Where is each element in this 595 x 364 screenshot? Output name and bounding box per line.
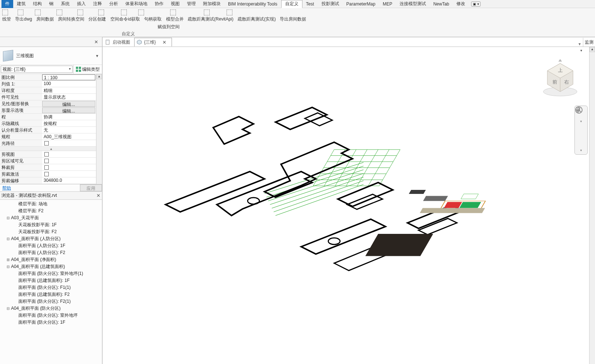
tab-addins[interactable]: 附加模块 [199,0,224,8]
property-value[interactable] [42,158,102,164]
checkbox[interactable] [44,152,49,157]
tree-branch[interactable]: A04_面积平面 (防火分区) [0,305,102,312]
tab-architecture[interactable]: 建筑 [13,0,29,8]
tab-view[interactable]: 视图 [167,0,183,8]
property-value[interactable] [42,140,102,146]
tab-test[interactable]: Test [302,0,318,8]
svg-point-53 [576,107,580,111]
checkbox[interactable] [44,159,49,163]
tree-leaf[interactable]: 楼层平面: F2 [0,207,102,214]
tree-leaf[interactable]: 面积平面 (防火分区): F2(1) [0,298,102,305]
property-value[interactable] [42,171,102,177]
ribbon-icon [227,10,232,15]
property-value[interactable]: 协调 [42,114,102,120]
property-value[interactable]: 无 [42,127,102,133]
property-value[interactable]: 1 : 100 [42,74,95,80]
property-value[interactable] [42,164,102,170]
tab-modify[interactable]: 修改 [453,0,469,8]
ribbon-btn-merge[interactable]: 模型合并 [166,16,184,22]
ribbon-btn-spaceid[interactable]: 空间命令id获取 [110,16,140,22]
view-options-dropdown[interactable]: ▾ [576,41,583,47]
ribbon-btn-export-rm[interactable]: 导出房间数据 [280,16,306,22]
tree-branch[interactable]: A04_面积平面 (净面积) [0,256,102,263]
tab-analyze[interactable]: 分析 [106,0,122,8]
tab-steel[interactable]: 钢 [45,0,57,8]
properties-help-link[interactable]: 帮助 [0,184,80,191]
ribbon-btn-exportdwg[interactable]: 导出dwg [15,16,32,22]
property-value[interactable]: 304800.0 [42,177,102,184]
zoom-icon[interactable] [576,137,586,147]
tree-branch[interactable]: A03_天花平面 [0,214,102,221]
tree-leaf[interactable]: 面积平面 (防火分区): 室外地坪 [0,312,102,319]
tree-leaf[interactable]: 天花板投影平面: F2 [0,228,102,235]
tree-leaf[interactable]: 面积平面 (人防分区): F2 [0,249,102,256]
property-value[interactable]: 显示原状态 [42,94,102,100]
tab-collaborate[interactable]: 协作 [151,0,167,8]
edit-type-button[interactable]: 编辑类型 [73,65,102,74]
tree-leaf[interactable]: 面积平面 (防火分区): 1F [0,319,102,326]
view-canvas[interactable]: ▾ ▲ [103,47,595,364]
tree-leaf[interactable]: 面积平面 (防火分区): F1(1) [0,284,102,291]
ribbon-btn-partition[interactable]: 分区创建 [88,16,106,22]
ribbon-btn-hgrab[interactable]: 句柄获取 [144,16,162,22]
property-value[interactable]: 按规程 [42,120,102,126]
property-edit-button[interactable]: 编辑... [42,107,95,113]
tab-projection-test[interactable]: 投影测试 [318,0,343,8]
tree-leaf[interactable]: 楼层平面: 场地 [0,201,102,207]
tab-manage[interactable]: 管理 [183,0,199,8]
tab-link-test[interactable]: 连接模型测试 [396,0,430,8]
project-browser-tree[interactable]: 楼层平面: 场地楼层平面: F2A03_天花平面天花板投影平面: 1F天花板投影… [0,200,102,364]
tab-insert[interactable]: 插入 [73,0,89,8]
overflow-dropdown[interactable]: ▣ ▾ [471,1,481,7]
tree-branch[interactable]: A04_面积平面 (总建筑面积) [0,263,102,270]
svg-rect-41 [420,208,485,213]
ribbon-btn-roomdata[interactable]: 房间数据 [36,16,54,22]
tab-newtab[interactable]: NewTab [430,0,453,8]
tab-mass-site[interactable]: 体量和场地 [122,0,151,8]
view-cube[interactable]: 上 前 右 [540,58,580,98]
tree-leaf[interactable]: 面积平面 (总建筑面积): F2 [0,291,102,298]
tree-leaf[interactable]: 面积平面 (人防分区): 1F [0,242,102,249]
svg-rect-35 [366,234,433,256]
tree-leaf[interactable]: 天花板投影平面: 1F [0,221,102,228]
apply-button[interactable]: 应用 [80,184,102,191]
tree-branch[interactable]: A04_面积平面 (人防分区) [0,235,102,242]
property-value[interactable]: 100 [42,81,102,87]
checkbox[interactable] [44,165,49,170]
checkbox[interactable] [44,172,49,176]
close-icon[interactable]: ✕ [161,40,168,45]
tab-structure[interactable]: 结构 [29,0,45,8]
close-icon[interactable]: ✕ [93,39,100,45]
ribbon-btn-evac-api[interactable]: 疏散距离测试(RevitApi) [188,16,234,22]
property-value[interactable]: 精细 [42,87,102,93]
ribbon-btn-evac-impl[interactable]: 疏散距离测试(实现) [238,16,276,22]
doc-tab-start[interactable]: 启动视图 [103,38,134,47]
property-edit-button[interactable]: 编辑... [42,101,95,107]
tab-custom[interactable]: 自定义 [281,0,302,8]
checkbox[interactable] [44,141,49,146]
tree-leaf[interactable]: 面积平面 (总建筑面积): 1F [0,277,102,284]
properties-type-selector[interactable]: 三维视图 ▼ [0,47,102,65]
doc-tab-3d[interactable]: {三维} ✕ [134,38,172,47]
view-selector-combo[interactable]: 视图: {三维} [1,66,73,73]
tab-system[interactable]: 系统 [57,0,73,8]
svg-line-54 [579,110,581,112]
ribbon-btn-roomtospace[interactable]: 房间转换空间 [58,16,84,22]
scroll-up-icon[interactable]: ▲ [96,74,102,79]
right-panel-toggle[interactable]: 监测 [583,38,595,47]
property-row: 剪裁偏移304800.0 [0,177,102,184]
tab-annotate[interactable]: 注释 [89,0,106,8]
tab-parametermap[interactable]: ParameterMap [343,0,379,8]
close-icon[interactable]: ✕ [95,193,102,198]
pan-hand-icon[interactable] [576,125,586,135]
property-value[interactable]: A00_三维视图 [42,133,102,140]
group-collapse-handle[interactable]: ▴ [0,147,102,151]
tree-leaf[interactable]: 面积平面 (防火分区): 室外地坪(1) [0,270,102,277]
property-value[interactable] [42,151,102,157]
ribbon-btn-assignspace[interactable]: 赋值到空间 [158,24,180,30]
ribbon-btn-lineduct[interactable]: 线管 [2,16,11,22]
tab-bim-interop[interactable]: BIM Interoperability Tools [224,0,281,8]
file-tab[interactable]: 件 [1,0,13,8]
tab-mep[interactable]: MEP [379,0,396,8]
property-row: 规程A00_三维视图 [0,133,102,140]
